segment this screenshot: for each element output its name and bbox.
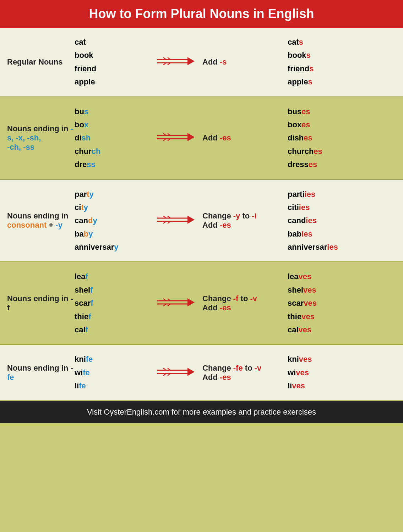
examples-endingfe: knifewifelife	[75, 353, 153, 392]
rule-consonanty: Change -y to -iAdd -es	[199, 211, 281, 230]
plurals-consonanty: partiiescitiiescandiesbabiesanniversarie…	[281, 188, 399, 254]
table-container: Regular Nounscatbookfriendapple Add -sca…	[0, 28, 403, 401]
rule-sxshchss: Add -es	[199, 133, 281, 143]
svg-marker-9	[187, 133, 195, 141]
examples-regular: catbookfriendapple	[75, 35, 153, 89]
plurals-endinf: leavesshelvesscarvesthievescalves	[281, 270, 399, 336]
rule-endingfe: Change -fe to -vAdd -es	[199, 364, 281, 382]
arrow-consonanty	[153, 214, 199, 227]
arrow-sxshchss	[153, 132, 199, 144]
row-sxshchss: Nouns ending in -s, -x, -sh,-ch, -ssbusb…	[0, 97, 403, 180]
row-consonanty: Nouns ending inconsonant + -ypartycityca…	[0, 180, 403, 262]
header: How to Form Plural Nouns in English	[0, 0, 403, 28]
svg-marker-30	[187, 368, 195, 376]
arrow-endingfe	[153, 366, 199, 379]
svg-marker-2	[187, 57, 195, 65]
examples-endinf: leafshelfscarfthiefcalf	[75, 270, 153, 336]
arrow-endinf	[153, 297, 199, 310]
plurals-endingfe: kniveswiveslives	[281, 353, 399, 392]
rule-regular: Add -s	[199, 57, 281, 67]
header-title: How to Form Plural Nouns in English	[89, 6, 314, 21]
footer-text: Visit OysterEnglish.com for more example…	[87, 408, 316, 416]
arrow-regular	[153, 56, 199, 68]
rule-endinf: Change -f to -vAdd -es	[199, 294, 281, 312]
row-endingfe: Nouns ending in -feknifewifelife Change …	[0, 345, 403, 401]
row-regular: Regular Nounscatbookfriendapple Add -sca…	[0, 28, 403, 97]
label-regular: Regular Nouns	[4, 57, 75, 67]
plurals-regular: catsbooksfriendsapples	[281, 35, 399, 89]
svg-marker-23	[187, 298, 195, 306]
footer: Visit OysterEnglish.com for more example…	[0, 401, 403, 423]
row-endinf: Nouns ending in -fleafshelfscarfthiefcal…	[0, 262, 403, 345]
label-endingfe: Nouns ending in -fe	[4, 364, 75, 382]
label-consonanty: Nouns ending inconsonant + -y	[4, 211, 75, 230]
examples-consonanty: partycitycandybabyanniversary	[75, 188, 153, 254]
label-endinf: Nouns ending in -f	[4, 294, 75, 312]
plurals-sxshchss: busesboxesdisheschurchesdresses	[281, 105, 399, 171]
examples-sxshchss: busboxdishchurchdress	[75, 105, 153, 171]
svg-marker-16	[187, 216, 195, 224]
label-sxshchss: Nouns ending in -s, -x, -sh,-ch, -ss	[4, 124, 75, 152]
